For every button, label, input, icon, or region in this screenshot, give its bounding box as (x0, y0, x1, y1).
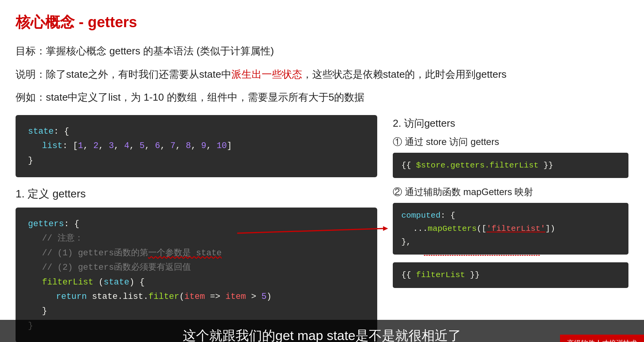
state-line1: state: { (28, 124, 365, 139)
subtitle-bar: 这个就跟我们的get map state是不是就很相近了 (0, 320, 644, 342)
page-title: 核心概念 - getters (16, 12, 628, 32)
subtitle-text: 这个就跟我们的get map state是不是就很相近了 (183, 328, 461, 342)
filter-code: {{ filterList }} (393, 262, 628, 288)
desc-2: 说明：除了state之外，有时我们还需要从state中派生出一些状态，这些状态是… (16, 66, 628, 83)
left-panel: state: { list: [1, 2, 3, 4, 5, 6, 7, 8, … (16, 115, 377, 342)
getters-line6: return state.list.filter(item => item > … (28, 290, 365, 304)
state-code-block: state: { list: [1, 2, 3, 4, 5, 6, 7, 8, … (16, 115, 377, 177)
main-content: state: { list: [1, 2, 3, 4, 5, 6, 7, 8, … (16, 115, 628, 342)
getters-line1: getters: { (28, 217, 365, 231)
getters-line5: filterList (state) { (28, 275, 365, 290)
getters-line7: } (28, 304, 365, 318)
section2-title: 2. 访问getters (393, 117, 628, 130)
watermark-text: 高级软件人才培训技术 (567, 339, 637, 342)
highlight-derived: 派生出一些状态 (231, 68, 302, 80)
computed-code: computed: { ...mapGetters(['filterList']… (393, 203, 628, 255)
access2-title: ② 通过辅助函数 mapGetters 映射 (393, 186, 628, 198)
desc-3: 例如：state中定义了list，为 1-10 的数组，组件中，需要显示所有大于… (16, 89, 628, 106)
section1-title: 1. 定义 getters (16, 187, 377, 201)
state-line3: } (28, 154, 365, 168)
right-panel: 2. 访问getters ① 通过 store 访问 getters {{ $s… (393, 115, 628, 342)
getters-line3: // (1) getters函数的第一个参数是 state (28, 246, 365, 260)
state-line2: list: [1, 2, 3, 4, 5, 6, 7, 8, 9, 10] (28, 139, 365, 153)
desc-1: 目标：掌握核心概念 getters 的基本语法 (类似于计算属性) (16, 43, 628, 59)
watermark: 高级软件人才培训技术 (560, 335, 644, 342)
getters-line4: // (2) getters函数必须要有返回值 (28, 260, 365, 275)
getters-line2: // 注意： (28, 231, 365, 246)
access1-code: {{ $store.getters.filterList }} (393, 153, 628, 178)
page-container: 核心概念 - getters 目标：掌握核心概念 getters 的基本语法 (… (0, 0, 644, 342)
access1-title: ① 通过 store 访问 getters (393, 136, 628, 148)
